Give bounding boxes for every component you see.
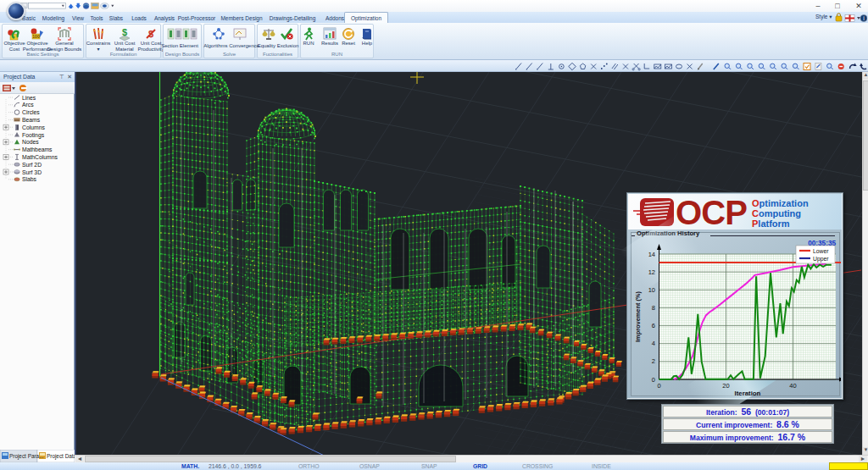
svg-text:MathColumns: MathColumns — [22, 154, 58, 160]
svg-text:Slabs: Slabs — [22, 176, 37, 182]
svg-text:Lines: Lines — [22, 95, 36, 101]
svg-text:Improvement (%): Improvement (%) — [634, 290, 642, 341]
svg-text:14: 14 — [648, 251, 655, 258]
svg-text:Iteration: Iteration — [735, 390, 761, 397]
svg-text:Lower: Lower — [813, 248, 829, 254]
svg-text:2: 2 — [652, 357, 655, 365]
svg-text:Upper: Upper — [813, 256, 829, 263]
svg-text:12: 12 — [648, 268, 655, 276]
svg-text:Circles: Circles — [22, 109, 40, 115]
svg-text:Surf 2D: Surf 2D — [22, 162, 42, 168]
svg-text:4: 4 — [652, 340, 655, 347]
svg-text:Columns: Columns — [22, 124, 45, 130]
svg-text:40: 40 — [789, 382, 796, 390]
svg-text:Computing: Computing — [752, 208, 801, 218]
svg-text:Project Data: Project Data — [47, 453, 75, 460]
svg-text:Surf 3D: Surf 3D — [22, 169, 42, 175]
svg-text:Beams: Beams — [22, 117, 41, 123]
svg-text:Mathbeams: Mathbeams — [22, 147, 53, 152]
svg-text:Nodes: Nodes — [22, 139, 39, 145]
svg-text:100: 100 — [32, 34, 40, 39]
svg-text:Optimization: Optimization — [752, 198, 809, 208]
svg-text:6: 6 — [652, 322, 655, 329]
svg-text:$: $ — [122, 27, 127, 37]
svg-text:20: 20 — [722, 382, 729, 390]
svg-text:Project Para...: Project Para... — [9, 453, 44, 460]
svg-text:10: 10 — [648, 286, 655, 294]
svg-text:Platform: Platform — [752, 218, 790, 229]
svg-text:0: 0 — [652, 376, 655, 384]
svg-text:0: 0 — [657, 382, 660, 390]
svg-text:Arcs: Arcs — [22, 102, 34, 108]
svg-text:Footings: Footings — [22, 132, 45, 139]
svg-text:8: 8 — [652, 304, 655, 312]
svg-text:$: $ — [148, 29, 153, 39]
